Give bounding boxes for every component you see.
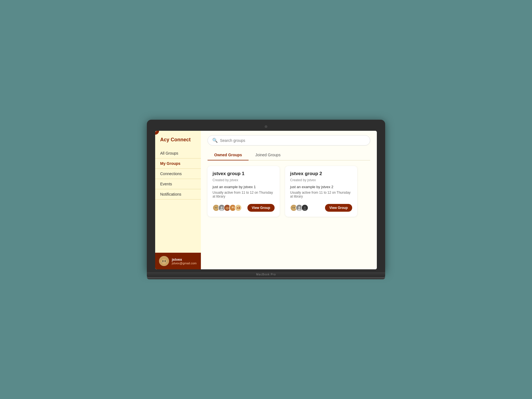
sidebar: Acy Connect All Groups My Groups Connect… bbox=[155, 131, 201, 269]
group-description-1: just an example by jstvex 1 bbox=[213, 185, 275, 189]
tab-owned-groups[interactable]: Owned Groups bbox=[208, 150, 249, 160]
view-group-button-1[interactable]: View Group bbox=[247, 204, 275, 212]
group-created-2: Created by jstvex bbox=[290, 178, 352, 182]
search-icon: 🔍 bbox=[212, 138, 218, 143]
tabs-container: Owned Groups Joined Groups bbox=[208, 150, 370, 160]
groups-grid: jstvex group 1 Created by jstvex just an… bbox=[208, 166, 370, 217]
group-schedule-2: Usually active from 11 to 12 on Thursday… bbox=[290, 191, 352, 198]
member-avatar bbox=[301, 204, 308, 211]
member-count-extra: +3 bbox=[235, 204, 242, 211]
group-footer-1: +3 View Group bbox=[213, 204, 275, 212]
svg-point-5 bbox=[165, 260, 166, 262]
laptop-container: × Acy Connect All Groups My Groups Conne… bbox=[147, 120, 385, 279]
laptop-base bbox=[147, 272, 385, 277]
svg-point-27 bbox=[294, 207, 295, 208]
app-screen: × Acy Connect All Groups My Groups Conne… bbox=[155, 131, 377, 269]
user-email: jstvex@gmail.com bbox=[172, 262, 196, 265]
svg-point-23 bbox=[232, 206, 234, 208]
sidebar-item-all-groups[interactable]: All Groups bbox=[155, 148, 201, 158]
svg-point-29 bbox=[298, 206, 300, 208]
svg-point-17 bbox=[220, 209, 223, 211]
app-title: Acy Connect bbox=[155, 131, 201, 148]
avatar bbox=[159, 256, 169, 266]
group-description-2: just an example by jstvex 2 bbox=[290, 185, 352, 189]
search-input[interactable] bbox=[220, 138, 365, 143]
svg-point-4 bbox=[162, 260, 163, 262]
group-schedule-1: Usually active from 11 to 12 on Thursday… bbox=[213, 191, 275, 198]
screen-bezel: × Acy Connect All Groups My Groups Conne… bbox=[147, 120, 385, 272]
svg-point-30 bbox=[298, 209, 301, 211]
laptop-stand bbox=[147, 277, 385, 279]
group-name-2: jstvex group 2 bbox=[290, 171, 352, 177]
main-content: 🔍 Owned Groups Joined Groups jstvex grou… bbox=[201, 131, 377, 269]
sidebar-item-connections[interactable]: Connections bbox=[155, 169, 201, 179]
svg-point-19 bbox=[226, 207, 229, 210]
group-footer-2: View Group bbox=[290, 204, 352, 212]
screen-wrapper: × Acy Connect All Groups My Groups Conne… bbox=[155, 131, 377, 269]
user-profile-bar: jstvex jstvex@gmail.com bbox=[155, 253, 201, 269]
svg-point-13 bbox=[215, 207, 216, 208]
svg-point-32 bbox=[304, 206, 306, 208]
group-created-1: Created by jstvex bbox=[213, 178, 275, 182]
sidebar-item-events[interactable]: Events bbox=[155, 179, 201, 189]
sidebar-item-notifications[interactable]: Notifications bbox=[155, 189, 201, 200]
group-name-1: jstvex group 1 bbox=[213, 171, 275, 177]
svg-point-12 bbox=[214, 207, 218, 210]
svg-point-16 bbox=[221, 206, 223, 208]
member-avatars-2 bbox=[290, 204, 308, 211]
group-card-1: jstvex group 1 Created by jstvex just an… bbox=[208, 166, 280, 217]
svg-point-26 bbox=[293, 207, 293, 208]
svg-point-33 bbox=[303, 209, 306, 211]
search-bar[interactable]: 🔍 bbox=[208, 135, 370, 145]
user-info: jstvex jstvex@gmail.com bbox=[172, 257, 196, 265]
member-avatars-1: +3 bbox=[213, 204, 242, 211]
sidebar-item-my-groups[interactable]: My Groups bbox=[155, 158, 201, 169]
svg-point-25 bbox=[292, 207, 295, 210]
view-group-button-2[interactable]: View Group bbox=[325, 204, 352, 212]
tab-joined-groups[interactable]: Joined Groups bbox=[249, 150, 287, 160]
username: jstvex bbox=[172, 257, 196, 262]
svg-point-1 bbox=[161, 259, 167, 264]
sidebar-nav: All Groups My Groups Connections Events … bbox=[155, 148, 201, 253]
group-card-2: jstvex group 2 Created by jstvex just an… bbox=[285, 166, 357, 217]
svg-point-14 bbox=[216, 207, 217, 208]
